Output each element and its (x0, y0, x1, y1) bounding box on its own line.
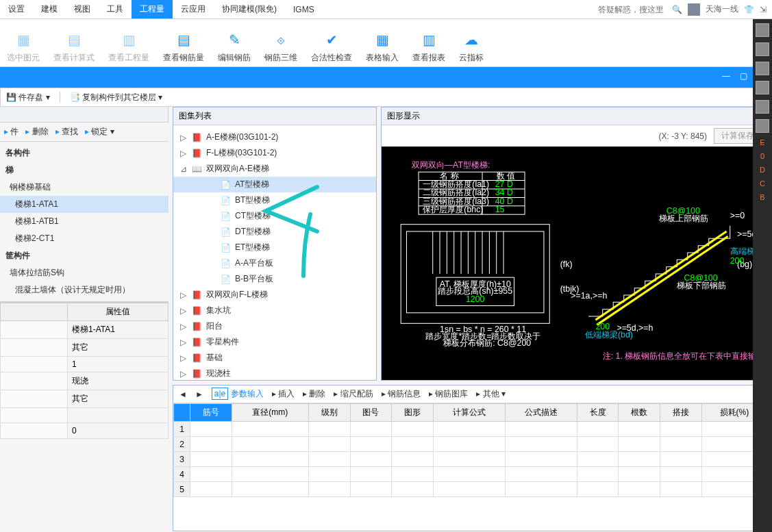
ribbon-查看钢筋量[interactable]: ▤查看钢筋量 (156, 22, 211, 64)
nav-梯[interactable]: 梯 (0, 162, 169, 179)
svg-text:200: 200 (730, 256, 745, 266)
tree-零星构件[interactable]: ▷📕零星构件 (173, 334, 376, 350)
menu-协同建模(限免)[interactable]: 协同建模(限免) (214, 0, 285, 18)
rebar-panel: ◄ ► a|e 参数输入▸ 插入▸ 删除▸ 缩尺配筋▸ 钢筋信息▸ 钢筋图库▸ … (173, 385, 768, 531)
axis-mark-C: C (760, 179, 765, 188)
col-计算公式[interactable]: 计算公式 (434, 404, 506, 422)
col-级别[interactable]: 级别 (308, 404, 350, 422)
menu-云应用[interactable]: 云应用 (173, 0, 214, 18)
ribbon-查看计算式: ▤查看计算式 (47, 22, 101, 64)
maximize-icon[interactable]: ▢ (740, 71, 747, 81)
tree-list-title: 图集列表 (173, 107, 376, 125)
view-cube-4[interactable] (756, 100, 769, 114)
tree-F-L楼梯(03G101-2)[interactable]: ▷📕F-L楼梯(03G101-2) (173, 145, 376, 161)
menu-工程量[interactable]: 工程量 (132, 0, 173, 18)
tree-现浇柱[interactable]: ▷📕现浇柱 (173, 366, 376, 380)
menu-工具[interactable]: 工具 (99, 0, 132, 18)
ribbon-编辑钢筋[interactable]: ✎编辑钢筋 (211, 22, 258, 64)
nav-楼梯1-ATB1[interactable]: 楼梯1-ATB1 (0, 213, 169, 230)
col-直径(mm)[interactable]: 直径(mm) (232, 404, 308, 422)
menu-IGMS[interactable]: IGMS (285, 0, 323, 18)
tree-ET型楼梯[interactable]: 📄ET型楼梯 (173, 240, 376, 255)
nav-墙体拉结筋S钩[interactable]: 墙体拉结筋S钩 (0, 264, 169, 281)
tree-阳台[interactable]: ▷📕阳台 (173, 318, 376, 334)
rebar-tool-删除[interactable]: ▸ 删除 (303, 388, 325, 400)
ribbon-云指标[interactable]: ☁云指标 (452, 22, 490, 64)
avatar[interactable] (688, 3, 700, 16)
tool-查找[interactable]: ▸ 查找 (55, 126, 78, 138)
arrow-right-icon[interactable]: ► (195, 390, 203, 399)
tree-BT型楼梯[interactable]: 📄BT型楼梯 (173, 192, 376, 208)
rebar-tool-缩尺配筋[interactable]: ▸ 缩尺配筋 (334, 388, 373, 400)
menu-设置[interactable]: 设置 (0, 0, 33, 18)
rebar-tool-钢筋信息[interactable]: ▸ 钢筋信息 (382, 388, 421, 400)
tree-list-panel: 图集列表 ▷📕A-E楼梯(03G101-2)▷📕F-L楼梯(03G101-2)⊿… (173, 107, 377, 381)
ribbon-查看报表[interactable]: ▥查看报表 (406, 22, 452, 64)
graphic-panel: 图形显示 (X: -3 Y: 845) 计算保存 双网双向—AT型楼梯: (381, 107, 768, 381)
col-index[interactable] (174, 404, 190, 422)
drawing-viewer[interactable]: 双网双向—AT型楼梯: 名 称 数 值 一级钢筋搭度(la1)27 D二级钢筋搭… (382, 147, 767, 380)
copy-component[interactable]: 📑 复制构件到其它楼层 ▾ (70, 92, 163, 103)
help-search[interactable] (598, 5, 667, 14)
svg-text:(fk): (fk) (560, 259, 573, 269)
minimize-icon[interactable]: — (722, 71, 730, 81)
ribbon-钢筋三维[interactable]: ⟐钢筋三维 (258, 22, 304, 64)
ribbon-表格输入[interactable]: ▦表格输入 (359, 22, 406, 64)
col-公式描述[interactable]: 公式描述 (505, 404, 577, 422)
view-cube-1[interactable] (756, 42, 769, 56)
col-筋号[interactable]: 筋号 (190, 404, 232, 422)
col-搭接[interactable]: 搭接 (660, 404, 702, 422)
rebar-tool-其他 ▾[interactable]: ▸ 其他 ▾ (476, 388, 506, 400)
tree-基础[interactable]: ▷📕基础 (173, 350, 376, 366)
rebar-table[interactable]: 筋号直径(mm)级别图号图形计算公式公式描述长度根数搭接损耗(%) 12345 (173, 403, 767, 497)
skin-icon[interactable]: 👕 (744, 5, 754, 14)
tree-B-B平台板[interactable]: 📄B-B平台板 (173, 271, 376, 287)
arrow-left-icon[interactable]: ◄ (179, 390, 187, 399)
view-cube-5[interactable] (756, 119, 769, 133)
nav-混凝土墙体（设计无规定时用）[interactable]: 混凝土墙体（设计无规定时用） (0, 281, 169, 299)
menu-视图[interactable]: 视图 (66, 0, 99, 18)
search-icon[interactable]: 🔍 (672, 5, 682, 14)
view-cubes-strip: E0DCB (753, 19, 772, 532)
tree-A-E楼梯(03G101-2)[interactable]: ▷📕A-E楼梯(03G101-2) (173, 129, 376, 145)
col-根数[interactable]: 根数 (619, 404, 660, 422)
svg-text:200: 200 (596, 322, 610, 331)
graphic-title: 图形显示 (382, 107, 767, 125)
rebar-tool-插入[interactable]: ▸ 插入 (272, 388, 295, 400)
tool-删除[interactable]: ▸ 删除 (25, 126, 48, 138)
nav-各构件[interactable]: 各构件 (0, 144, 169, 162)
tree-双网双向F-L楼梯[interactable]: ▷📕双网双向F-L楼梯 (173, 287, 376, 303)
tool-锁定 ▾[interactable]: ▸ 锁定 ▾ (85, 126, 114, 138)
axis-mark-D: D (760, 166, 765, 174)
rebar-tool-参数输入[interactable]: a|e 参数输入 (212, 388, 264, 400)
ribbon-合法性检查[interactable]: ✔合法性检查 (304, 22, 359, 64)
view-cube-2[interactable] (756, 62, 769, 75)
ribbon: ▦选中图元▤查看计算式▥查看工程量▤查看钢筋量✎编辑钢筋⟐钢筋三维✔合法性检查▦… (0, 19, 772, 67)
tree-集水坑[interactable]: ▷📕集水坑 (173, 303, 376, 318)
tree-A-A平台板[interactable]: 📄A-A平台板 (173, 255, 376, 271)
view-cube-0[interactable] (756, 23, 769, 37)
tree-双网双向A-E楼梯[interactable]: ⊿📖双网双向A-E楼梯 (173, 161, 376, 177)
svg-text:>=1a,>=h: >=1a,>=h (571, 291, 607, 301)
col-长度[interactable]: 长度 (577, 404, 619, 422)
save-component[interactable]: 💾 件存盘 ▾ (6, 92, 50, 103)
axis-mark-0: 0 (760, 152, 764, 160)
tool-件[interactable]: ▸ 件 (4, 126, 18, 138)
col-图号[interactable]: 图号 (350, 404, 392, 422)
rebar-tool-钢筋图库[interactable]: ▸ 钢筋图库 (429, 388, 468, 400)
nav-钢楼梯基础[interactable]: 钢楼梯基础 (0, 179, 169, 196)
nav-楼梯2-CT1[interactable]: 楼梯2-CT1 (0, 230, 169, 247)
view-cube-3[interactable] (756, 81, 769, 94)
cursor-coord: (X: -3 Y: 845) (659, 131, 707, 141)
tree-DT型楼梯[interactable]: 📄DT型楼梯 (173, 224, 376, 240)
tree-CT型楼梯[interactable]: 📄CT型楼梯 (173, 208, 376, 224)
sub-window-bar: — ▢ ✕ (0, 67, 772, 88)
svg-text:梯板分布钢筋: C8@200: 梯板分布钢筋: C8@200 (443, 338, 531, 348)
col-图形[interactable]: 图形 (392, 404, 434, 422)
nav-楼梯1-ATA1[interactable]: 楼梯1-ATA1 (0, 196, 169, 213)
menu-建模[interactable]: 建模 (33, 0, 66, 18)
svg-text:双网双向—AT型楼梯:: 双网双向—AT型楼梯: (412, 160, 490, 170)
bell-icon[interactable]: ⇲ (760, 5, 767, 14)
nav-筐构件[interactable]: 筐构件 (0, 247, 169, 264)
tree-AT型楼梯[interactable]: 📄AT型楼梯 (173, 177, 376, 192)
